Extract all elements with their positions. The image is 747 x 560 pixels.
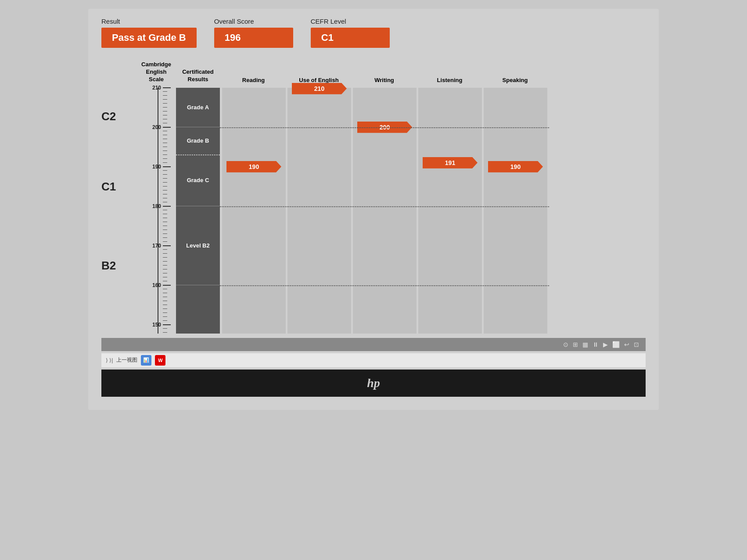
reading-score-arrow: 190: [226, 161, 281, 172]
listening-col: 191: [418, 88, 482, 334]
grade-c-band: Grade C: [176, 155, 220, 206]
scale-ruler: 210 200: [136, 88, 176, 334]
pause-icon: ⏸: [593, 341, 599, 348]
speaking-col-header: Speaking: [483, 77, 547, 83]
result-value: Pass at Grade B: [101, 28, 197, 48]
result-label: Result: [101, 18, 197, 25]
hp-bar: hp: [101, 370, 646, 397]
grade-b-band: Grade B: [176, 127, 220, 155]
hp-logo: hp: [367, 376, 380, 390]
grid-icon: ▦: [582, 341, 588, 348]
result-group: Result Pass at Grade B: [101, 18, 197, 48]
writing-score-value: 200: [380, 124, 390, 131]
writing-col-header: Writing: [352, 77, 416, 83]
chart-area: C2 C1 B2 210: [101, 88, 646, 334]
rotate-icon: ↩: [624, 341, 629, 348]
prev-view-label[interactable]: 上一视图: [116, 356, 137, 364]
listening-score-value: 191: [445, 159, 455, 166]
level-b2-band: Level B2: [176, 206, 220, 285]
reading-col-header: Reading: [222, 77, 285, 83]
grade-a-label: Grade A: [187, 104, 209, 111]
header-section: Result Pass at Grade B Overall Score 196…: [101, 18, 646, 48]
reading-col: 190: [222, 88, 286, 334]
eye-icon: ⊙: [563, 341, 568, 348]
listening-score-arrow: 191: [423, 157, 478, 169]
cefr-c2-label: C2: [101, 110, 116, 123]
layout-icon: ⊞: [573, 341, 578, 348]
more-icon: ⊡: [634, 341, 639, 348]
speaking-col: 190: [484, 88, 547, 334]
use-of-english-col: 210: [287, 88, 351, 334]
grade-b-label: Grade B: [187, 137, 209, 144]
writing-score-arrow: 200: [357, 122, 412, 133]
use-of-english-score-arrow: 210: [292, 83, 347, 94]
bottom-bar: ⊙ ⊞ ▦ ⏸ ▶ ⬜ ↩ ⊡: [101, 338, 646, 351]
cefr-header-label: CEFR Level: [311, 18, 390, 25]
cert-results-col: Grade A Grade B Grade C Level B2: [176, 88, 220, 334]
cambridge-col-header: CambridgeEnglishScale: [136, 61, 176, 83]
cefr-labels-col: C2 C1 B2: [101, 88, 136, 334]
cefr-group: CEFR Level C1: [311, 18, 390, 48]
writing-col: 200: [353, 88, 417, 334]
speaking-score-arrow: 190: [488, 161, 543, 172]
speaking-score-value: 190: [510, 163, 521, 170]
main-screen: Result Pass at Grade B Overall Score 196…: [88, 9, 659, 410]
cefr-c1-label: C1: [101, 180, 116, 194]
cefr-header-value: C1: [311, 28, 390, 48]
use-of-english-score-value: 210: [314, 85, 324, 92]
reading-score-value: 190: [249, 163, 259, 170]
listening-col-header: Listening: [418, 77, 481, 83]
grade-a-band: Grade A: [176, 88, 220, 127]
app-icon-blue[interactable]: 📊: [141, 355, 151, 366]
overall-value: 196: [214, 28, 293, 48]
certificated-col-header: CertificatedResults: [176, 68, 220, 83]
use-of-english-col-header: Use of English: [287, 77, 351, 83]
play-icon[interactable]: ▶: [603, 341, 608, 348]
grade-c-label: Grade C: [187, 177, 209, 183]
column-headers: CambridgeEnglishScale CertificatedResult…: [101, 61, 646, 85]
below-b2-band: [176, 285, 220, 334]
overall-group: Overall Score 196: [214, 18, 293, 48]
overall-label: Overall Score: [214, 18, 293, 25]
level-b2-label: Level B2: [186, 242, 209, 249]
cefr-b2-label: B2: [101, 259, 116, 273]
app-icon-word[interactable]: W: [155, 355, 165, 366]
square-icon: ⬜: [612, 341, 620, 348]
nav-prev-icon[interactable]: ⟩ ⟩|: [106, 357, 113, 363]
taskbar: ⟩ ⟩| 上一视图 📊 W: [101, 353, 646, 367]
chart-columns-wrapper: Grade A Grade B Grade C Level B2: [176, 88, 549, 334]
